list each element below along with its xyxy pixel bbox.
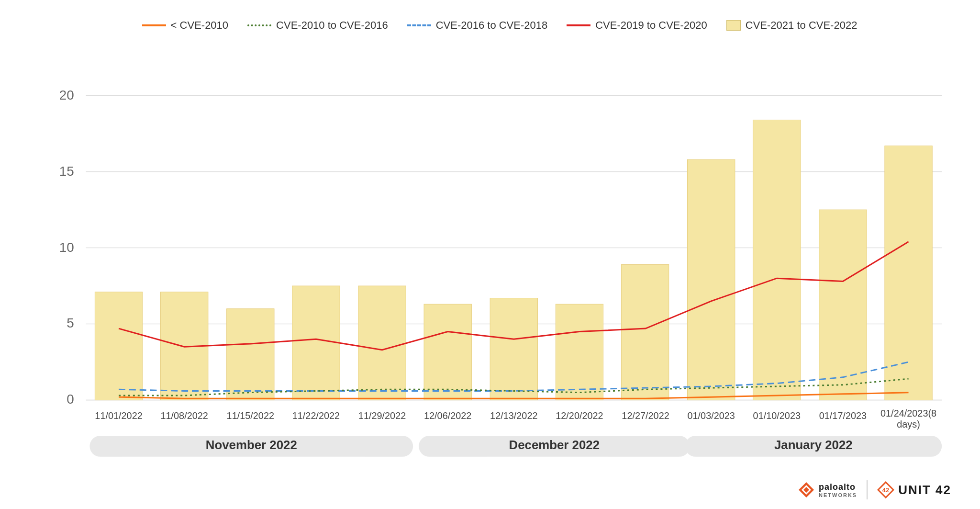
x-label-10: 01/10/2023 xyxy=(753,410,801,421)
month-label-jan: January 2022 xyxy=(774,438,853,452)
bar-4 xyxy=(358,286,406,400)
bar-2 xyxy=(227,309,274,400)
legend-box-yellow xyxy=(726,20,741,31)
branding-area: paloalto NETWORKS 42 UNIT 42 xyxy=(798,480,951,499)
x-label-0: 11/01/2022 xyxy=(95,410,142,421)
legend-label-cve2010to2016: CVE-2010 to CVE-2016 xyxy=(276,19,388,32)
legend-item-cve2021to2022: CVE-2021 to CVE-2022 xyxy=(726,19,858,32)
y-label-20: 20 xyxy=(59,88,74,102)
y-label-0: 0 xyxy=(67,392,74,407)
x-label-9: 01/03/2023 xyxy=(687,410,735,421)
x-label-1: 11/08/2022 xyxy=(160,410,208,421)
x-label-11: 01/17/2023 xyxy=(819,410,867,421)
svg-text:42: 42 xyxy=(882,486,889,494)
legend-line-red xyxy=(567,24,590,26)
x-label-8: 12/27/2022 xyxy=(622,410,669,421)
paloalto-subtitle: NETWORKS xyxy=(819,492,857,498)
y-label-5: 5 xyxy=(67,316,74,331)
paloalto-text: paloalto NETWORKS xyxy=(819,482,857,498)
x-label-12: 01/24/2023(8 xyxy=(880,408,936,419)
legend-label-cve2010: < CVE-2010 xyxy=(171,19,228,32)
legend-item-cve2019to2020: CVE-2019 to CVE-2020 xyxy=(567,19,707,32)
legend-label-cve2019to2020: CVE-2019 to CVE-2020 xyxy=(595,19,707,32)
bar-6 xyxy=(490,298,537,400)
paloalto-logo: paloalto NETWORKS xyxy=(798,481,857,498)
month-label-nov: November 2022 xyxy=(206,438,297,452)
bar-11 xyxy=(819,210,867,400)
paloalto-name: paloalto xyxy=(819,482,857,492)
x-label-6: 12/13/2022 xyxy=(490,410,537,421)
legend-item-cve2010: < CVE-2010 xyxy=(142,19,228,32)
legend-label-cve2016to2018: CVE-2016 to CVE-2018 xyxy=(436,19,548,32)
bar-8 xyxy=(621,265,668,400)
unit42-text: UNIT 42 xyxy=(898,483,951,498)
legend-item-cve2016to2018: CVE-2016 to CVE-2018 xyxy=(407,19,548,32)
chart-container: < CVE-2010 CVE-2010 to CVE-2016 CVE-2016… xyxy=(0,0,980,509)
bar-5 xyxy=(424,304,471,400)
main-chart-svg: 20 15 10 5 0 11/0 xyxy=(48,46,951,459)
chart-legend: < CVE-2010 CVE-2010 to CVE-2016 CVE-2016… xyxy=(48,19,951,32)
y-label-10: 10 xyxy=(59,240,74,255)
x-label-2: 11/15/2022 xyxy=(227,410,274,421)
unit42-icon: 42 xyxy=(877,481,894,498)
legend-item-cve2010to2016: CVE-2010 to CVE-2016 xyxy=(247,19,388,32)
bar-10 xyxy=(753,120,801,400)
x-label-4: 11/29/2022 xyxy=(358,410,406,421)
paloalto-icon xyxy=(798,481,815,498)
bar-9 xyxy=(688,159,735,400)
x-label-3: 11/22/2022 xyxy=(292,410,340,421)
x-label-5: 12/06/2022 xyxy=(424,410,471,421)
y-label-15: 15 xyxy=(59,164,74,179)
legend-line-orange xyxy=(142,24,166,26)
x-label-7: 12/20/2022 xyxy=(556,410,603,421)
bar-12 xyxy=(885,146,932,400)
month-label-dec: December 2022 xyxy=(509,438,600,452)
bar-7 xyxy=(556,304,603,400)
legend-label-cve2021to2022: CVE-2021 to CVE-2022 xyxy=(746,19,858,32)
legend-line-dashed-blue xyxy=(407,24,431,26)
bar-3 xyxy=(292,286,340,400)
x-label-12b: days) xyxy=(897,419,920,430)
bar-0 xyxy=(95,292,142,400)
logo-divider xyxy=(867,480,868,499)
unit42-logo: 42 UNIT 42 xyxy=(877,481,951,498)
legend-line-dotted-green xyxy=(247,24,271,26)
